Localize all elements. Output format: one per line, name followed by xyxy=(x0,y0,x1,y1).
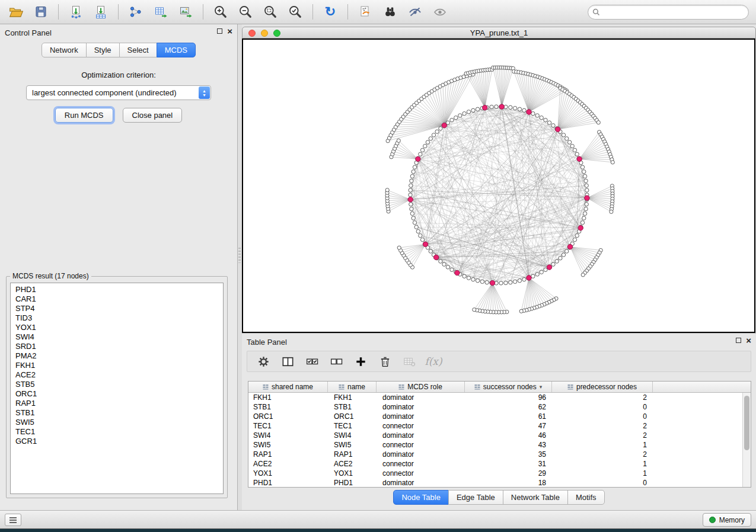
cell-shared-name[interactable]: STB1 xyxy=(248,402,328,412)
table-tab-edge-table[interactable]: Edge Table xyxy=(448,490,503,505)
show-columns-button[interactable] xyxy=(280,354,295,369)
mcds-result-item[interactable]: ORC1 xyxy=(11,389,223,399)
table-row[interactable]: TEC1TEC1connector472 xyxy=(248,421,742,431)
cell-successor-nodes[interactable]: 35 xyxy=(465,450,552,459)
cell-name[interactable]: SWI5 xyxy=(328,440,377,450)
table-row[interactable]: ACE2ACE2connector311 xyxy=(248,459,742,469)
mcds-result-item[interactable]: RAP1 xyxy=(11,399,223,408)
cell-predecessor-nodes[interactable]: 1 xyxy=(552,440,653,450)
close-panel-icon[interactable]: × xyxy=(227,28,232,34)
hide-details-button[interactable] xyxy=(404,2,426,21)
cell-predecessor-nodes[interactable]: 1 xyxy=(552,469,653,478)
cell-shared-name[interactable]: FKH1 xyxy=(248,393,328,402)
column-header-predecessor-nodes[interactable]: predecessor nodes xyxy=(552,382,653,392)
cell-successor-nodes[interactable]: 29 xyxy=(465,469,552,478)
table-row[interactable]: SWI5SWI5connector431 xyxy=(248,440,742,450)
mcds-result-item[interactable]: SRD1 xyxy=(11,342,223,351)
cell-successor-nodes[interactable]: 18 xyxy=(465,478,552,487)
column-header-mcds-role[interactable]: MCDS role xyxy=(377,382,465,392)
network-graph[interactable] xyxy=(243,40,754,332)
cell-successor-nodes[interactable]: 61 xyxy=(465,412,552,421)
mcds-result-item[interactable]: PHD1 xyxy=(11,285,223,294)
network-window-titlebar[interactable]: YPA_prune.txt_1 xyxy=(242,27,756,39)
float-table-panel-icon[interactable] xyxy=(736,338,741,343)
open-file-button[interactable] xyxy=(5,2,27,21)
mcds-result-item[interactable]: SWI5 xyxy=(11,418,223,427)
search-box[interactable] xyxy=(588,5,749,20)
mcds-result-item[interactable]: TID3 xyxy=(11,313,223,323)
create-column-button[interactable] xyxy=(353,354,368,369)
mcds-result-item[interactable]: PMA2 xyxy=(11,351,223,361)
cell-shared-name[interactable]: SWI4 xyxy=(248,431,328,440)
cell-shared-name[interactable]: YOX1 xyxy=(248,469,328,478)
cell-successor-nodes[interactable]: 31 xyxy=(465,459,552,469)
mcds-result-item[interactable]: CAR1 xyxy=(11,294,223,304)
table-tab-node-table[interactable]: Node Table xyxy=(393,490,449,505)
save-session-button[interactable] xyxy=(30,2,52,21)
cell-shared-name[interactable]: RAP1 xyxy=(248,450,328,459)
cell-shared-name[interactable]: SWI5 xyxy=(248,440,328,450)
mcds-result-item[interactable]: SWI4 xyxy=(11,332,223,342)
column-header-successor-nodes[interactable]: successor nodes▾ xyxy=(465,382,552,392)
cell-name[interactable]: ORC1 xyxy=(328,412,377,421)
cell-shared-name[interactable]: PHD1 xyxy=(248,478,328,487)
cell-predecessor-nodes[interactable]: 0 xyxy=(552,478,653,487)
close-panel-button[interactable]: Close panel xyxy=(123,108,183,123)
network-canvas[interactable] xyxy=(242,39,755,333)
cell-predecessor-nodes[interactable]: 2 xyxy=(552,450,653,459)
scrollbar-thumb[interactable] xyxy=(744,396,749,450)
table-row[interactable]: YOX1YOX1connector291 xyxy=(248,469,742,478)
close-table-panel-icon[interactable]: × xyxy=(746,338,751,343)
cell-mcds-role[interactable]: connector xyxy=(377,469,465,478)
cell-mcds-role[interactable]: dominator xyxy=(377,431,465,440)
table-mode-button[interactable] xyxy=(256,354,271,369)
cell-predecessor-nodes[interactable]: 2 xyxy=(552,431,653,440)
run-mcds-button[interactable]: Run MCDS xyxy=(55,108,113,123)
zoom-in-button[interactable] xyxy=(209,2,232,21)
close-window-icon[interactable] xyxy=(248,30,256,37)
table-row[interactable]: FKH1FKH1dominator962 xyxy=(248,393,742,402)
cell-successor-nodes[interactable]: 46 xyxy=(465,431,552,440)
zoom-selected-button[interactable] xyxy=(284,2,307,21)
search-input[interactable] xyxy=(603,8,748,16)
minimize-window-icon[interactable] xyxy=(261,30,268,37)
deselect-all-button[interactable] xyxy=(328,354,344,369)
select-all-button[interactable] xyxy=(304,354,320,369)
table-tab-motifs[interactable]: Motifs xyxy=(567,490,605,505)
cell-name[interactable]: TEC1 xyxy=(328,421,377,431)
export-image-button[interactable] xyxy=(174,2,197,21)
cell-name[interactable]: YOX1 xyxy=(328,469,377,478)
refresh-view-button[interactable]: ↻ xyxy=(319,2,342,21)
show-details-button[interactable] xyxy=(429,2,451,21)
cell-mcds-role[interactable]: dominator xyxy=(377,402,465,412)
cell-predecessor-nodes[interactable]: 2 xyxy=(552,421,653,431)
network-copy-button[interactable] xyxy=(354,2,377,21)
optimization-criterion-select[interactable]: largest connected component (undirected)… xyxy=(26,85,211,100)
cell-mcds-role[interactable]: dominator xyxy=(377,412,465,421)
delete-column-button[interactable] xyxy=(377,354,393,369)
cell-name[interactable]: ACE2 xyxy=(328,459,377,469)
cell-mcds-role[interactable]: connector xyxy=(377,421,465,431)
cell-successor-nodes[interactable]: 96 xyxy=(465,393,552,402)
cell-predecessor-nodes[interactable]: 2 xyxy=(552,393,653,402)
zoom-out-button[interactable] xyxy=(234,2,257,21)
table-row[interactable]: STB1STB1dominator620 xyxy=(248,402,742,412)
mcds-result-item[interactable]: STB5 xyxy=(11,380,223,389)
cell-mcds-role[interactable]: connector xyxy=(377,440,465,450)
mcds-result-list[interactable]: PHD1CAR1STP4TID3YOX1SWI4SRD1PMA2FKH1ACE2… xyxy=(10,283,224,494)
column-header-name[interactable]: name xyxy=(328,382,377,392)
new-network-button[interactable] xyxy=(125,2,147,21)
float-panel-icon[interactable] xyxy=(217,28,222,34)
table-row[interactable]: ORC1ORC1dominator610 xyxy=(248,412,742,421)
mcds-result-item[interactable]: STB1 xyxy=(11,408,223,418)
table-row[interactable]: PHD1PHD1dominator180 xyxy=(248,478,742,487)
tab-network[interactable]: Network xyxy=(42,43,87,57)
mcds-result-item[interactable]: ACE2 xyxy=(11,370,223,380)
cell-name[interactable]: PHD1 xyxy=(328,478,377,487)
cell-shared-name[interactable]: ORC1 xyxy=(248,412,328,421)
mcds-result-item[interactable]: GCR1 xyxy=(11,437,223,446)
mcds-result-item[interactable]: YOX1 xyxy=(11,323,223,332)
cell-name[interactable]: RAP1 xyxy=(328,450,377,459)
mcds-result-item[interactable]: FKH1 xyxy=(11,361,223,370)
import-network-from-file-button[interactable] xyxy=(65,2,87,21)
